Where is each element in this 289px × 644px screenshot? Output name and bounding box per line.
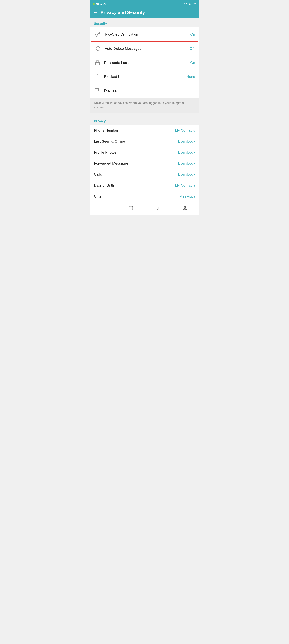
devices-label: Devices xyxy=(104,88,193,93)
phone-number-value: My Contacts xyxy=(175,128,195,132)
battery-icon: 🔋 xyxy=(93,3,95,5)
privacy-section: Privacy Phone Number My Contacts Last Se… xyxy=(90,116,199,202)
phone-screen: 🔋 ۴۴درصد ۴G • ✕ ✕ 🖼 ۱۲:۱۴ ← Privacy and … xyxy=(90,0,199,215)
profile-photos-item[interactable]: Profile Photos Everybody xyxy=(90,147,199,158)
nav-menu-button[interactable] xyxy=(98,204,110,212)
devices-value: 1 xyxy=(193,88,195,93)
section-spacer xyxy=(90,113,199,116)
key-icon xyxy=(94,31,101,38)
devices-description: Review the list of devices where you are… xyxy=(90,98,199,113)
svg-rect-6 xyxy=(129,206,133,210)
blocked-users-label: Blocked Users xyxy=(104,74,186,79)
security-section: Security Two-Step Verification On xyxy=(90,18,199,113)
nav-person-button[interactable] xyxy=(179,204,191,212)
page-title: Privacy and Security xyxy=(101,10,145,15)
back-button[interactable]: ← xyxy=(93,10,98,14)
svg-rect-2 xyxy=(95,88,98,91)
forwarded-messages-value: Everybody xyxy=(178,161,195,166)
nav-forward-button[interactable] xyxy=(152,204,164,212)
calls-label: Calls xyxy=(94,172,178,176)
content-area: Security Two-Step Verification On xyxy=(90,18,199,202)
image-icon: 🖼 xyxy=(189,3,191,5)
time-display: ۱۲:۱۴ xyxy=(191,3,196,5)
date-of-birth-label: Date of Birth xyxy=(94,183,175,188)
auto-delete-label: Auto-Delete Messages xyxy=(105,46,190,51)
x-icon-1: ✕ xyxy=(183,3,185,5)
status-left: 🔋 ۴۴درصد ۴G xyxy=(93,3,106,5)
lock-icon xyxy=(94,59,101,66)
last-seen-label: Last Seen & Online xyxy=(94,139,178,144)
calls-value: Everybody xyxy=(178,172,195,176)
status-left-text: ۴۴درصد ۴G xyxy=(96,3,106,5)
gifts-value: Mini Apps xyxy=(179,194,195,198)
passcode-lock-item[interactable]: Passcode Lock On xyxy=(90,56,199,70)
devices-icon xyxy=(94,87,101,94)
gifts-label: Gifts xyxy=(94,194,179,198)
two-step-value: On xyxy=(190,32,195,36)
forwarded-messages-item[interactable]: Forwarded Messages Everybody xyxy=(90,158,199,169)
x-icon-2: ✕ xyxy=(186,3,188,5)
status-bar: 🔋 ۴۴درصد ۴G • ✕ ✕ 🖼 ۱۲:۱۴ xyxy=(90,0,199,8)
status-right: • ✕ ✕ 🖼 ۱۲:۱۴ xyxy=(182,3,196,5)
security-settings-group: Two-Step Verification On Auto xyxy=(90,28,199,98)
privacy-settings-group: Phone Number My Contacts Last Seen & Onl… xyxy=(90,125,199,202)
passcode-value: On xyxy=(190,60,195,65)
auto-delete-messages-item[interactable]: Auto-Delete Messages Off xyxy=(91,41,198,56)
blocked-users-value: None xyxy=(186,74,195,79)
profile-photos-label: Profile Photos xyxy=(94,150,178,154)
gifts-item[interactable]: Gifts Mini Apps xyxy=(90,191,199,202)
dot-icon: • xyxy=(182,3,183,5)
calls-item[interactable]: Calls Everybody xyxy=(90,169,199,180)
auto-delete-value: Off xyxy=(190,46,194,51)
security-section-header: Security xyxy=(90,18,199,28)
page-header: ← Privacy and Security xyxy=(90,8,199,18)
svg-rect-1 xyxy=(95,62,100,65)
phone-number-item[interactable]: Phone Number My Contacts xyxy=(90,125,199,136)
profile-photos-value: Everybody xyxy=(178,150,195,154)
hand-icon xyxy=(94,73,101,80)
two-step-label: Two-Step Verification xyxy=(104,32,190,36)
timer-icon xyxy=(95,45,102,52)
nav-home-button[interactable] xyxy=(125,204,137,212)
last-seen-value: Everybody xyxy=(178,139,195,144)
passcode-label: Passcode Lock xyxy=(104,60,190,65)
phone-number-label: Phone Number xyxy=(94,128,175,132)
two-step-verification-item[interactable]: Two-Step Verification On xyxy=(90,28,199,41)
blocked-users-item[interactable]: Blocked Users None xyxy=(90,70,199,84)
svg-point-7 xyxy=(185,206,186,208)
date-of-birth-item[interactable]: Date of Birth My Contacts xyxy=(90,180,199,191)
date-of-birth-value: My Contacts xyxy=(175,183,195,188)
last-seen-item[interactable]: Last Seen & Online Everybody xyxy=(90,136,199,147)
bottom-navigation xyxy=(90,202,199,215)
devices-item[interactable]: Devices 1 xyxy=(90,84,199,98)
forwarded-messages-label: Forwarded Messages xyxy=(94,161,178,166)
privacy-section-header: Privacy xyxy=(90,116,199,125)
